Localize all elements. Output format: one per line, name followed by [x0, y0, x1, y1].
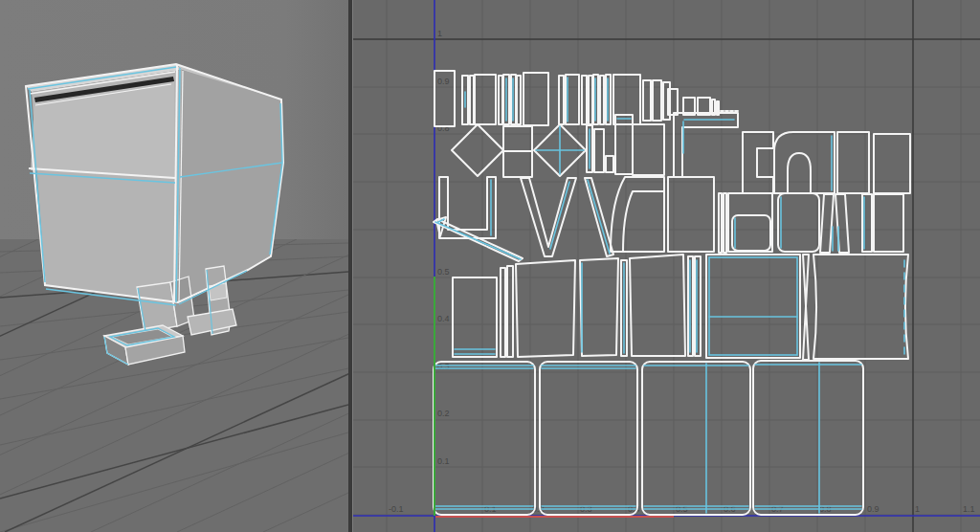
svg-text:0.8: 0.8 [437, 123, 450, 133]
svg-text:0.9: 0.9 [867, 504, 880, 514]
svg-text:1: 1 [915, 504, 920, 514]
svg-text:0.1: 0.1 [437, 456, 450, 466]
svg-text:1.1: 1.1 [963, 504, 975, 514]
uv-axis-labels: 10.90.80.50.40.30.20.1-0.10.10.20.30.40.… [389, 29, 975, 514]
svg-text:0.4: 0.4 [437, 314, 450, 323]
app-window: 10.90.80.50.40.30.20.1-0.10.10.20.30.40.… [0, 0, 980, 532]
viewport-3d-canvas [0, 0, 348, 532]
svg-text:0.2: 0.2 [437, 409, 450, 418]
uv-islands [434, 71, 910, 515]
svg-text:0.9: 0.9 [437, 77, 450, 86]
viewport-3d[interactable] [0, 0, 348, 532]
svg-text:1: 1 [437, 29, 442, 38]
uv-editor-canvas: 10.90.80.50.40.30.20.1-0.10.10.20.30.40.… [353, 0, 980, 532]
svg-text:-0.1: -0.1 [389, 504, 404, 514]
svg-text:0.3: 0.3 [437, 362, 450, 371]
svg-text:0.5: 0.5 [437, 267, 450, 277]
uv-editor-panel[interactable]: 10.90.80.50.40.30.20.1-0.10.10.20.30.40.… [353, 0, 980, 532]
